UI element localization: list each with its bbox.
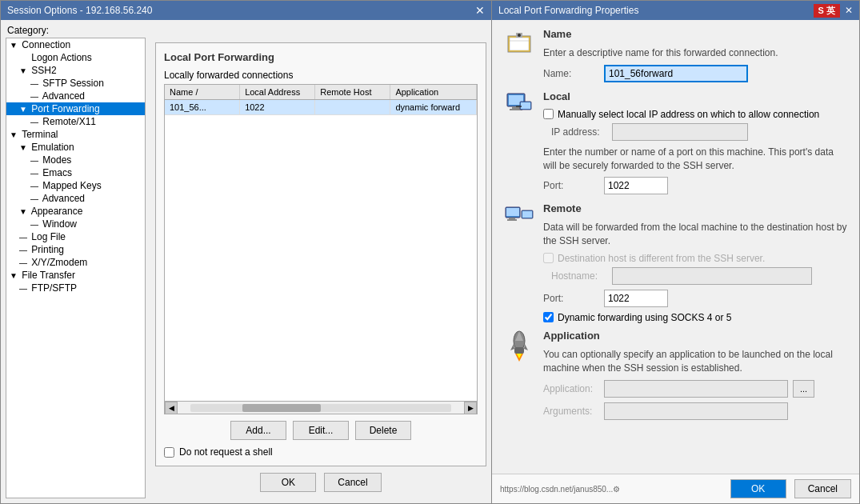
different-host-row: Destination host is different from the S… [543,253,848,264]
dynamic-forwarding-checkbox[interactable] [543,312,554,322]
svg-rect-15 [507,219,517,221]
col-application: Application [390,85,477,99]
remote-section: Remote Data will be forwarded from the l… [503,202,848,326]
scroll-left-arrow[interactable]: ◀ [165,402,178,414]
name-label: Name: [543,68,599,79]
right-content: Name Enter a descriptive name for this f… [492,20,859,474]
cancel-button[interactable]: Cancel [324,473,381,492]
sidebar-label: Terminal [22,129,58,140]
sidebar-label: Connection [22,39,70,50]
sidebar-item-sftp[interactable]: — SFTP Session [6,77,145,90]
sidebar-item-log-file[interactable]: — Log File [6,230,145,243]
sidebar-label: Modes [42,154,71,166]
remote-icon [503,202,535,234]
ip-label: IP address: [551,126,607,138]
sidebar-item-terminal[interactable]: ▼ Terminal [6,128,145,141]
remote-port-label: Port: [543,293,599,304]
expander-icon: ▼ [19,207,29,216]
sidebar-label: Emacs [42,167,72,178]
connections-table: Name / Local Address Remote Host Applica… [164,84,478,414]
sidebar-label: Mapped Keys [42,180,101,191]
svg-rect-13 [506,208,519,216]
arguments-label: Arguments: [543,406,599,417]
col-local-address: Local Address [240,85,315,99]
local-section: Local Manually select local IP address o… [503,90,848,200]
right-cancel-button[interactable]: Cancel [794,479,851,498]
sidebar-item-ssh2[interactable]: ▼ SSH2 [6,64,145,77]
close-button[interactable]: ✕ [475,4,485,17]
ok-button[interactable]: OK [260,473,316,492]
name-input[interactable] [604,65,748,82]
sidebar-item-remote-x11[interactable]: — Remote/X11 [6,115,145,128]
name-desc-area: Name Enter a descriptive name for this f… [543,28,848,87]
edit-button[interactable]: Edit... [293,421,349,440]
local-ip-checkbox[interactable] [543,109,554,119]
sidebar-item-logon-actions[interactable]: Logon Actions [6,51,145,64]
sidebar-label: Advanced [42,193,85,204]
sidebar-item-advanced[interactable]: — Advanced [6,90,145,102]
expander-icon: — [30,79,40,88]
different-host-checkbox[interactable] [543,253,554,263]
sidebar-label: Port Forwarding [31,103,99,114]
sidebar-item-printing[interactable]: — Printing [6,243,145,256]
scrollbar-track[interactable] [190,404,451,412]
sidebar-item-window[interactable]: — Window [6,218,145,230]
port-description: Enter the number or name of a port on th… [543,146,848,173]
application-section-header: Application [543,330,848,342]
sidebar-item-terminal-advanced[interactable]: — Advanced [6,192,145,205]
ip-address-input [612,123,748,141]
remote-port-input[interactable] [604,290,668,307]
expander-icon: — [19,258,29,267]
sidebar-label: FTP/SFTP [31,282,77,294]
name-section: Name Enter a descriptive name for this f… [503,28,848,87]
expander-icon: ▼ [19,66,29,75]
local-port-input[interactable] [604,177,668,194]
right-ok-button[interactable]: OK [730,479,786,498]
svg-rect-14 [509,218,515,219]
add-button[interactable]: Add... [230,421,286,440]
sidebar-item-appearance[interactable]: ▼ Appearance [6,205,145,218]
sidebar-item-emacs[interactable]: — Emacs [6,166,145,179]
name-input-row: Name: [543,65,848,82]
sidebar-item-connection[interactable]: ▼ Connection [6,38,145,51]
application-browse-button[interactable]: ... [793,380,814,398]
svg-rect-1 [510,38,529,50]
application-icon [503,330,535,362]
sidebar-item-modes[interactable]: — Modes [6,154,145,166]
expander-icon: ▼ [10,130,19,139]
svg-point-4 [518,34,521,37]
sidebar-item-mapped-keys[interactable]: — Mapped Keys [6,179,145,192]
sidebar-item-ftp-sftp[interactable]: — FTP/SFTP [6,282,145,294]
application-description: You can optionally specify an applicatio… [543,348,848,375]
remote-section-header: Remote [543,202,848,214]
remote-description: Data will be forwarded from the local ma… [543,221,848,248]
application-label: Application: [543,383,599,394]
right-close-button[interactable]: ✕ [845,5,853,16]
hostname-label: Hostname: [551,270,607,282]
local-port-label: Port: [543,180,599,191]
no-shell-row: Do not request a shell [164,446,478,458]
horizontal-scrollbar[interactable]: ◀ ▶ [165,401,477,414]
sidebar-item-port-forwarding[interactable]: ▼ Port Forwarding [6,102,145,115]
sidebar-item-xyzmodem[interactable]: — X/Y/Zmodem [6,256,145,269]
category-label: Category: [1,20,491,38]
application-input [604,380,788,398]
sidebar-label: Advanced [42,90,85,102]
hostname-input [612,267,812,285]
scroll-right-arrow[interactable]: ▶ [464,402,477,414]
ip-address-row: IP address: [551,123,848,141]
no-shell-checkbox[interactable] [164,447,174,458]
table-row[interactable]: 101_56... 1022 dynamic forward [165,100,477,115]
application-input-row: Application: ... [543,380,848,398]
expander-icon: — [30,194,40,203]
expander-icon: ▼ [10,41,19,50]
sidebar-item-emulation[interactable]: ▼ Emulation [6,141,145,154]
sidebar-label: Appearance [31,206,83,217]
sougou-badge: S 英 [814,4,840,18]
sidebar-item-file-transfer[interactable]: ▼ File Transfer [6,269,145,282]
local-icon [503,90,535,122]
left-content: ▼ Connection Logon Actions ▼ SSH2 — SFTP… [1,38,491,503]
name-description: Enter a descriptive name for this forwar… [543,46,848,60]
expander-icon: — [19,246,29,254]
delete-button[interactable]: Delete [355,421,411,440]
